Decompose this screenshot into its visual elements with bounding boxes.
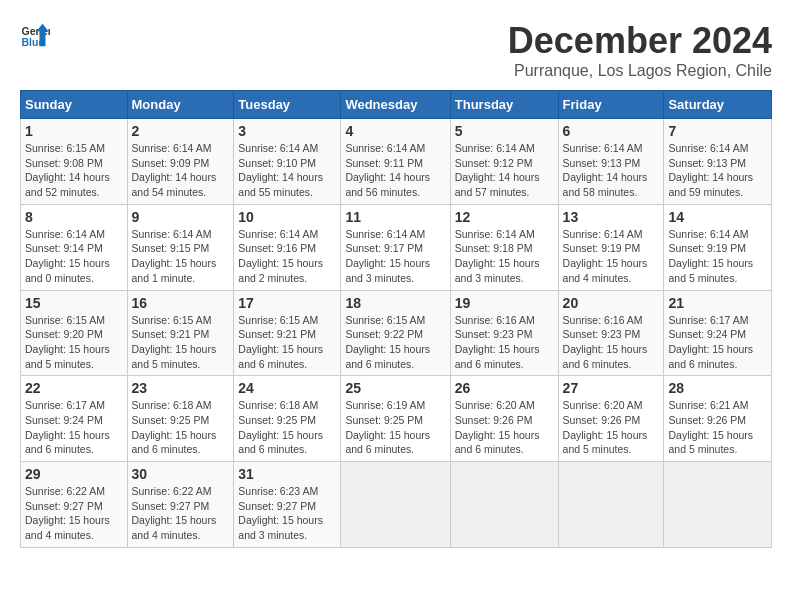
header-sunday: Sunday bbox=[21, 91, 128, 119]
day-info: Sunrise: 6:22 AMSunset: 9:27 PMDaylight:… bbox=[25, 484, 123, 543]
day-number: 26 bbox=[455, 380, 554, 396]
day-number: 21 bbox=[668, 295, 767, 311]
day-number: 13 bbox=[563, 209, 660, 225]
day-info: Sunrise: 6:16 AMSunset: 9:23 PMDaylight:… bbox=[563, 313, 660, 372]
calendar-cell: 6 Sunrise: 6:14 AMSunset: 9:13 PMDayligh… bbox=[558, 119, 664, 205]
month-title: December 2024 bbox=[508, 20, 772, 62]
calendar-week-row: 1 Sunrise: 6:15 AMSunset: 9:08 PMDayligh… bbox=[21, 119, 772, 205]
calendar-cell: 1 Sunrise: 6:15 AMSunset: 9:08 PMDayligh… bbox=[21, 119, 128, 205]
day-info: Sunrise: 6:14 AMSunset: 9:09 PMDaylight:… bbox=[132, 141, 230, 200]
day-info: Sunrise: 6:14 AMSunset: 9:19 PMDaylight:… bbox=[668, 227, 767, 286]
day-number: 3 bbox=[238, 123, 336, 139]
calendar-week-row: 15 Sunrise: 6:15 AMSunset: 9:20 PMDaylig… bbox=[21, 290, 772, 376]
calendar-cell: 10 Sunrise: 6:14 AMSunset: 9:16 PMDaylig… bbox=[234, 204, 341, 290]
day-info: Sunrise: 6:14 AMSunset: 9:13 PMDaylight:… bbox=[668, 141, 767, 200]
calendar-cell: 18 Sunrise: 6:15 AMSunset: 9:22 PMDaylig… bbox=[341, 290, 450, 376]
day-number: 2 bbox=[132, 123, 230, 139]
day-number: 18 bbox=[345, 295, 445, 311]
calendar-cell: 16 Sunrise: 6:15 AMSunset: 9:21 PMDaylig… bbox=[127, 290, 234, 376]
header-tuesday: Tuesday bbox=[234, 91, 341, 119]
day-number: 6 bbox=[563, 123, 660, 139]
day-info: Sunrise: 6:19 AMSunset: 9:25 PMDaylight:… bbox=[345, 398, 445, 457]
header-thursday: Thursday bbox=[450, 91, 558, 119]
calendar-cell bbox=[450, 462, 558, 548]
day-info: Sunrise: 6:15 AMSunset: 9:22 PMDaylight:… bbox=[345, 313, 445, 372]
day-number: 25 bbox=[345, 380, 445, 396]
title-area: December 2024 Purranque, Los Lagos Regio… bbox=[508, 20, 772, 80]
day-info: Sunrise: 6:14 AMSunset: 9:10 PMDaylight:… bbox=[238, 141, 336, 200]
day-number: 31 bbox=[238, 466, 336, 482]
location-title: Purranque, Los Lagos Region, Chile bbox=[508, 62, 772, 80]
day-info: Sunrise: 6:20 AMSunset: 9:26 PMDaylight:… bbox=[455, 398, 554, 457]
day-number: 30 bbox=[132, 466, 230, 482]
day-number: 20 bbox=[563, 295, 660, 311]
calendar-cell: 4 Sunrise: 6:14 AMSunset: 9:11 PMDayligh… bbox=[341, 119, 450, 205]
day-info: Sunrise: 6:17 AMSunset: 9:24 PMDaylight:… bbox=[668, 313, 767, 372]
day-info: Sunrise: 6:20 AMSunset: 9:26 PMDaylight:… bbox=[563, 398, 660, 457]
header-wednesday: Wednesday bbox=[341, 91, 450, 119]
calendar-week-row: 29 Sunrise: 6:22 AMSunset: 9:27 PMDaylig… bbox=[21, 462, 772, 548]
calendar-header-row: Sunday Monday Tuesday Wednesday Thursday… bbox=[21, 91, 772, 119]
day-info: Sunrise: 6:14 AMSunset: 9:15 PMDaylight:… bbox=[132, 227, 230, 286]
day-number: 7 bbox=[668, 123, 767, 139]
day-info: Sunrise: 6:14 AMSunset: 9:18 PMDaylight:… bbox=[455, 227, 554, 286]
day-number: 10 bbox=[238, 209, 336, 225]
calendar-week-row: 22 Sunrise: 6:17 AMSunset: 9:24 PMDaylig… bbox=[21, 376, 772, 462]
day-info: Sunrise: 6:14 AMSunset: 9:13 PMDaylight:… bbox=[563, 141, 660, 200]
calendar-cell: 9 Sunrise: 6:14 AMSunset: 9:15 PMDayligh… bbox=[127, 204, 234, 290]
day-number: 17 bbox=[238, 295, 336, 311]
calendar-cell: 14 Sunrise: 6:14 AMSunset: 9:19 PMDaylig… bbox=[664, 204, 772, 290]
page-header: General Blue December 2024 Purranque, Lo… bbox=[20, 20, 772, 80]
calendar-cell: 30 Sunrise: 6:22 AMSunset: 9:27 PMDaylig… bbox=[127, 462, 234, 548]
day-info: Sunrise: 6:15 AMSunset: 9:21 PMDaylight:… bbox=[132, 313, 230, 372]
day-number: 24 bbox=[238, 380, 336, 396]
day-info: Sunrise: 6:15 AMSunset: 9:21 PMDaylight:… bbox=[238, 313, 336, 372]
calendar-cell: 15 Sunrise: 6:15 AMSunset: 9:20 PMDaylig… bbox=[21, 290, 128, 376]
calendar-cell: 29 Sunrise: 6:22 AMSunset: 9:27 PMDaylig… bbox=[21, 462, 128, 548]
day-number: 23 bbox=[132, 380, 230, 396]
logo: General Blue bbox=[20, 20, 50, 50]
calendar-cell: 7 Sunrise: 6:14 AMSunset: 9:13 PMDayligh… bbox=[664, 119, 772, 205]
calendar-cell: 5 Sunrise: 6:14 AMSunset: 9:12 PMDayligh… bbox=[450, 119, 558, 205]
day-info: Sunrise: 6:17 AMSunset: 9:24 PMDaylight:… bbox=[25, 398, 123, 457]
calendar-cell: 3 Sunrise: 6:14 AMSunset: 9:10 PMDayligh… bbox=[234, 119, 341, 205]
calendar-cell bbox=[341, 462, 450, 548]
day-number: 12 bbox=[455, 209, 554, 225]
calendar-cell: 27 Sunrise: 6:20 AMSunset: 9:26 PMDaylig… bbox=[558, 376, 664, 462]
day-number: 11 bbox=[345, 209, 445, 225]
day-number: 19 bbox=[455, 295, 554, 311]
day-info: Sunrise: 6:14 AMSunset: 9:14 PMDaylight:… bbox=[25, 227, 123, 286]
calendar-table: Sunday Monday Tuesday Wednesday Thursday… bbox=[20, 90, 772, 548]
calendar-cell: 24 Sunrise: 6:18 AMSunset: 9:25 PMDaylig… bbox=[234, 376, 341, 462]
day-info: Sunrise: 6:16 AMSunset: 9:23 PMDaylight:… bbox=[455, 313, 554, 372]
day-info: Sunrise: 6:14 AMSunset: 9:11 PMDaylight:… bbox=[345, 141, 445, 200]
day-number: 15 bbox=[25, 295, 123, 311]
day-info: Sunrise: 6:22 AMSunset: 9:27 PMDaylight:… bbox=[132, 484, 230, 543]
header-monday: Monday bbox=[127, 91, 234, 119]
calendar-cell: 26 Sunrise: 6:20 AMSunset: 9:26 PMDaylig… bbox=[450, 376, 558, 462]
calendar-cell: 17 Sunrise: 6:15 AMSunset: 9:21 PMDaylig… bbox=[234, 290, 341, 376]
logo-icon: General Blue bbox=[20, 20, 50, 50]
day-number: 16 bbox=[132, 295, 230, 311]
calendar-cell bbox=[558, 462, 664, 548]
day-info: Sunrise: 6:14 AMSunset: 9:19 PMDaylight:… bbox=[563, 227, 660, 286]
day-info: Sunrise: 6:21 AMSunset: 9:26 PMDaylight:… bbox=[668, 398, 767, 457]
day-number: 28 bbox=[668, 380, 767, 396]
day-number: 1 bbox=[25, 123, 123, 139]
calendar-cell: 19 Sunrise: 6:16 AMSunset: 9:23 PMDaylig… bbox=[450, 290, 558, 376]
calendar-cell: 12 Sunrise: 6:14 AMSunset: 9:18 PMDaylig… bbox=[450, 204, 558, 290]
day-number: 4 bbox=[345, 123, 445, 139]
calendar-week-row: 8 Sunrise: 6:14 AMSunset: 9:14 PMDayligh… bbox=[21, 204, 772, 290]
day-number: 14 bbox=[668, 209, 767, 225]
calendar-cell bbox=[664, 462, 772, 548]
calendar-cell: 31 Sunrise: 6:23 AMSunset: 9:27 PMDaylig… bbox=[234, 462, 341, 548]
day-info: Sunrise: 6:23 AMSunset: 9:27 PMDaylight:… bbox=[238, 484, 336, 543]
calendar-cell: 22 Sunrise: 6:17 AMSunset: 9:24 PMDaylig… bbox=[21, 376, 128, 462]
calendar-cell: 25 Sunrise: 6:19 AMSunset: 9:25 PMDaylig… bbox=[341, 376, 450, 462]
day-info: Sunrise: 6:14 AMSunset: 9:12 PMDaylight:… bbox=[455, 141, 554, 200]
day-number: 22 bbox=[25, 380, 123, 396]
calendar-cell: 20 Sunrise: 6:16 AMSunset: 9:23 PMDaylig… bbox=[558, 290, 664, 376]
calendar-cell: 28 Sunrise: 6:21 AMSunset: 9:26 PMDaylig… bbox=[664, 376, 772, 462]
calendar-cell: 23 Sunrise: 6:18 AMSunset: 9:25 PMDaylig… bbox=[127, 376, 234, 462]
day-info: Sunrise: 6:14 AMSunset: 9:16 PMDaylight:… bbox=[238, 227, 336, 286]
